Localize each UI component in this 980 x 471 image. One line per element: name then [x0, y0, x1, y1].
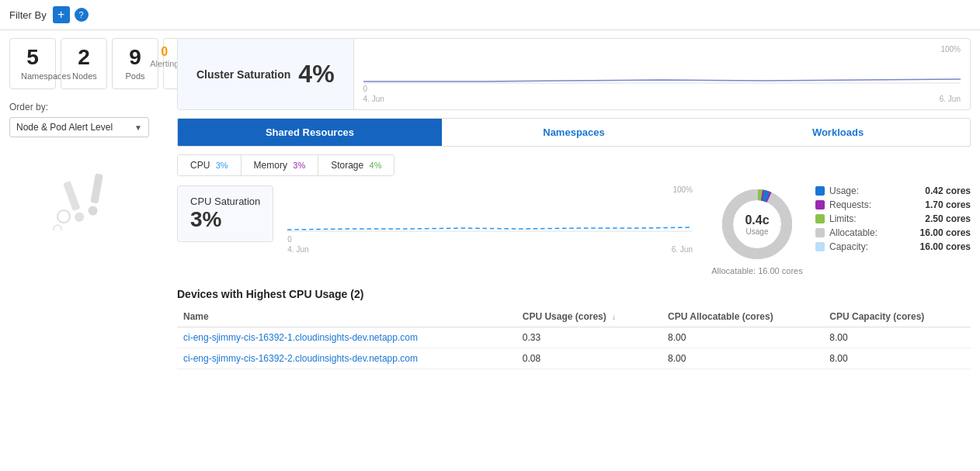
link-device-2[interactable]: ci-eng-sjimmy-cis-16392-2.cloudinsights-…	[183, 353, 418, 364]
cpu-saturation-value: 3%	[190, 207, 260, 232]
main-layout: 5 Namespaces 2 Nodes 9 Pods 0 Alerting 0	[0, 30, 980, 377]
col-header-name: Name	[177, 306, 516, 327]
cluster-saturation-row: Cluster Saturation 4% 100% 0 4. Jun 6. J…	[177, 38, 971, 110]
table-row: ci-eng-sjimmy-cis-16392-2.cloudinsights-…	[177, 348, 971, 369]
donut-allocatable: Allocatable: 16.00 cores	[711, 266, 802, 275]
cpu-chart-dates: 4. Jun 6. Jun	[287, 245, 693, 254]
legend-val-usage: 0.42 cores	[925, 185, 971, 196]
legend-val-requests: 1.70 cores	[925, 199, 971, 210]
tab-namespaces[interactable]: Namespaces	[442, 119, 706, 146]
legend-row-capacity: Capacity: 16.00 cores	[815, 241, 971, 252]
donut-area: 0.4c Usage Allocatable: 16.00 cores	[707, 185, 808, 275]
order-by-select[interactable]: Node & Pod Alert Level ▼	[9, 117, 149, 137]
col-header-cpu-capacity: CPU Capacity (cores)	[823, 306, 971, 327]
main-tab-bar: Shared Resources Namespaces Workloads	[177, 118, 971, 147]
sub-tab-cpu-label: CPU	[190, 160, 210, 171]
cpu-chart-zero: 0	[287, 235, 292, 244]
sub-tab-cpu-pct: 3%	[216, 161, 228, 170]
order-section: Order by: Node & Pod Alert Level ▼	[9, 102, 165, 137]
sub-tab-memory-label: Memory	[254, 160, 287, 171]
donut-center: 0.4c Usage	[745, 213, 769, 236]
cluster-saturation-box: Cluster Saturation 4%	[178, 39, 354, 109]
legend-row-usage: Usage: 0.42 cores	[815, 185, 971, 196]
pods-count: 9	[123, 47, 147, 68]
legend-key-limits: Limits:	[829, 213, 891, 224]
table-header-row: Name CPU Usage (cores) ↓ CPU Allocatable…	[177, 306, 971, 327]
donut-value: 0.4c	[745, 213, 769, 227]
sub-tab-storage-pct: 4%	[370, 161, 382, 170]
cluster-saturation-chart: 100% 0 4. Jun 6. Jun	[354, 39, 970, 109]
nodes-count: 2	[72, 47, 96, 68]
add-filter-button[interactable]: +	[53, 6, 70, 23]
legend-key-usage: Usage:	[829, 185, 891, 196]
table-row: ci-eng-sjimmy-cis-16392-1.cloudinsights-…	[177, 327, 971, 348]
tab-shared-resources[interactable]: Shared Resources	[178, 119, 442, 146]
tab-workloads[interactable]: Workloads	[706, 119, 970, 146]
sub-tab-storage[interactable]: Storage 4%	[318, 155, 394, 175]
order-by-label: Order by:	[9, 102, 165, 113]
cell-capacity-2: 8.00	[823, 348, 971, 369]
nodes-label: Nodes	[72, 71, 96, 81]
namespaces-count: 5	[21, 47, 44, 68]
sub-tab-cpu[interactable]: CPU 3%	[178, 155, 242, 175]
namespaces-card: 5 Namespaces	[9, 38, 56, 89]
svg-point-1	[73, 211, 85, 223]
chart-date-2: 6. Jun	[940, 95, 961, 103]
warning-icon-decorative	[48, 168, 126, 230]
left-panel: 5 Namespaces 2 Nodes 9 Pods 0 Alerting 0	[9, 38, 165, 369]
col-header-cpu-allocatable: CPU Allocatable (cores)	[662, 306, 823, 327]
chart-date-1: 4. Jun	[363, 95, 384, 103]
cpu-chart-wrap: 100% 0 4. Jun 6. Jun	[281, 185, 699, 254]
legend-val-allocatable: 16.00 cores	[920, 227, 971, 238]
legend-dot-allocatable	[815, 228, 825, 237]
legend-key-capacity: Capacity:	[829, 241, 891, 252]
table-body: ci-eng-sjimmy-cis-16392-1.cloudinsights-…	[177, 327, 971, 369]
sort-icon: ↓	[612, 313, 616, 321]
cell-name-1: ci-eng-sjimmy-cis-16392-1.cloudinsights-…	[177, 327, 516, 348]
cpu-chart-svg	[287, 194, 693, 233]
chart-zero-label: 0	[363, 85, 368, 93]
pods-label: Pods	[123, 71, 147, 81]
cell-usage-2: 0.08	[516, 348, 662, 369]
cluster-chart-svg	[363, 54, 961, 85]
devices-table: Name CPU Usage (cores) ↓ CPU Allocatable…	[177, 306, 971, 369]
sub-tab-bar: CPU 3% Memory 3% Storage 4%	[177, 154, 394, 176]
right-panel: Cluster Saturation 4% 100% 0 4. Jun 6. J…	[177, 38, 971, 369]
svg-point-3	[88, 206, 99, 216]
help-icon[interactable]: ?	[75, 8, 89, 22]
top-bar: Filter By + ?	[0, 0, 980, 30]
chevron-down-icon: ▼	[134, 123, 142, 132]
legend-dot-usage	[815, 186, 825, 196]
cell-name-2: ci-eng-sjimmy-cis-16392-2.cloudinsights-…	[177, 348, 516, 369]
alerting-count: 0	[150, 45, 179, 59]
cell-allocatable-1: 8.00	[662, 327, 823, 348]
cluster-saturation-label: Cluster Saturation	[196, 68, 290, 81]
cpu-saturation-title: CPU Saturation	[190, 196, 260, 207]
cell-allocatable-2: 8.00	[662, 348, 823, 369]
sub-tab-memory-pct: 3%	[293, 161, 305, 170]
chart-x-labels: 4. Jun 6. Jun	[363, 95, 961, 103]
link-device-1[interactable]: ci-eng-sjimmy-cis-16392-1.cloudinsights-…	[183, 332, 418, 343]
legend-row-requests: Requests: 1.70 cores	[815, 199, 971, 210]
cell-capacity-1: 8.00	[823, 327, 971, 348]
svg-rect-0	[63, 181, 80, 211]
sub-tab-memory[interactable]: Memory 3%	[242, 155, 319, 175]
sub-tab-storage-label: Storage	[331, 160, 363, 171]
col-header-cpu-usage: CPU Usage (cores) ↓	[516, 306, 662, 327]
legend-key-allocatable: Allocatable:	[829, 227, 891, 238]
svg-rect-2	[90, 173, 103, 203]
cell-usage-1: 0.33	[516, 327, 662, 348]
cpu-chart-date-1: 4. Jun	[287, 245, 308, 254]
legend-dot-limits	[815, 214, 825, 223]
legend-row-limits: Limits: 2.50 cores	[815, 213, 971, 224]
legend-area: Usage: 0.42 cores Requests: 1.70 cores L…	[815, 185, 971, 252]
cpu-chart-date-2: 6. Jun	[672, 245, 693, 254]
alerting-label: Alerting	[150, 59, 179, 68]
legend-val-capacity: 16.00 cores	[920, 241, 971, 252]
cpu-chart-max: 100%	[287, 185, 693, 194]
legend-dot-requests	[815, 200, 825, 210]
chart-max-label: 100%	[363, 45, 961, 54]
legend-row-allocatable: Allocatable: 16.00 cores	[815, 227, 971, 238]
svg-point-5	[54, 225, 61, 230]
legend-dot-capacity	[815, 242, 825, 251]
